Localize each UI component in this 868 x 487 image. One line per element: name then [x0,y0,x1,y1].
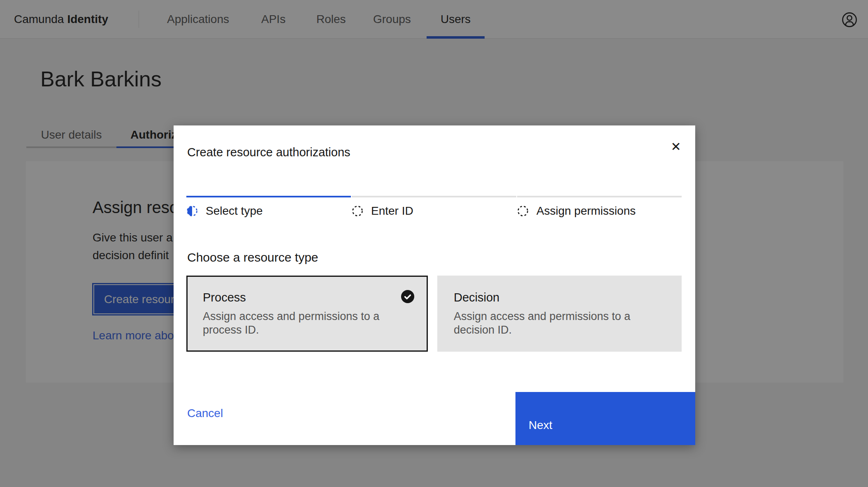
card-title: Process [203,290,411,304]
card-description: Assign access and permissions to a decis… [454,310,651,337]
dashed-circle-icon [352,205,363,217]
progress-indicator: Select type Enter ID Assign permissions [186,196,682,218]
step-label: Assign permissions [536,204,636,218]
close-icon[interactable]: ✕ [666,137,686,156]
step-assign-permissions[interactable]: Assign permissions [517,196,682,218]
half-filled-circle-icon [186,205,198,217]
step-label: Enter ID [371,204,413,218]
step-select-type[interactable]: Select type [186,196,351,218]
card-title: Decision [454,290,665,304]
step-label: Select type [206,204,263,218]
dashed-circle-icon [517,205,529,217]
resource-type-cards: Process Assign access and permissions to… [186,276,682,352]
cancel-button[interactable]: Cancel [187,407,223,420]
card-decision[interactable]: Decision Assign access and permissions t… [437,276,682,352]
step-enter-id[interactable]: Enter ID [352,196,516,218]
modal-title: Create resource authorizations [187,145,350,160]
create-authorizations-modal: Create resource authorizations ✕ Select … [174,125,695,445]
card-description: Assign access and permissions to a proce… [203,310,400,337]
next-button-label: Next [529,418,695,432]
choose-resource-type-heading: Choose a resource type [187,250,318,265]
screen: Camunda Identity Applications APIs Roles… [0,0,868,487]
checkmark-icon [401,290,414,303]
next-button[interactable]: Next [515,392,695,445]
card-process[interactable]: Process Assign access and permissions to… [186,276,428,352]
